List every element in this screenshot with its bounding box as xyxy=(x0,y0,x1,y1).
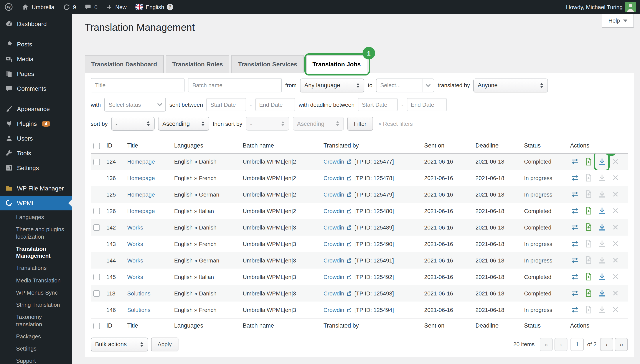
cancel-job-icon[interactable] xyxy=(610,256,620,265)
job-title-link[interactable]: Works xyxy=(127,257,143,264)
cancel-job-icon[interactable] xyxy=(610,190,620,199)
tab-translation-roles[interactable]: Translation Roles xyxy=(166,55,229,73)
job-title-link[interactable]: Solutions xyxy=(127,290,150,297)
title-filter-input[interactable] xyxy=(91,78,185,92)
submenu-item-translations[interactable]: Translations xyxy=(0,262,72,275)
row-checkbox[interactable] xyxy=(93,208,100,214)
to-language-select[interactable]: Select... xyxy=(376,78,434,92)
translator-link[interactable]: Crowdin xyxy=(324,257,344,264)
reset-filters-link[interactable]: × Reset filters xyxy=(378,120,413,127)
wordpress-logo-menu[interactable]: W xyxy=(0,0,17,14)
submenu-item-translation-management[interactable]: Translation Management xyxy=(0,243,72,262)
submenu-item-settings[interactable]: Settings xyxy=(0,343,72,355)
job-title-link[interactable]: Works xyxy=(127,224,143,231)
filter-button[interactable]: Filter xyxy=(347,117,373,130)
translator-link[interactable]: Crowdin xyxy=(324,208,344,214)
submenu-item-languages[interactable]: Languages xyxy=(0,211,72,224)
submenu-item-taxonomy-translation[interactable]: Taxonomy translation xyxy=(0,311,72,330)
then-sort-by-select[interactable]: - xyxy=(246,117,289,130)
help-button[interactable]: Help xyxy=(602,14,634,28)
duplicate-translation-icon[interactable] xyxy=(570,174,580,182)
translated-by-select[interactable]: Anyone xyxy=(473,78,548,92)
sidebar-item-settings[interactable]: Settings xyxy=(0,160,72,175)
translator-link[interactable]: Crowdin xyxy=(324,224,344,231)
sent-end-date-input[interactable] xyxy=(255,98,295,111)
sort-order-select[interactable]: Ascending xyxy=(158,117,209,130)
sidebar-item-dashboard[interactable]: Dashboard xyxy=(0,16,72,31)
job-title-link[interactable]: Homepage xyxy=(127,208,155,214)
sidebar-item-posts[interactable]: Posts xyxy=(0,37,72,52)
download-xliff-icon[interactable] xyxy=(597,223,606,232)
tab-translation-jobs[interactable]: Translation Jobs1 xyxy=(306,55,367,73)
download-xliff-icon[interactable] xyxy=(597,289,606,298)
comments-menu[interactable]: 0 xyxy=(81,0,102,14)
duplicate-translation-icon[interactable] xyxy=(570,190,580,199)
translator-link[interactable]: Crowdin xyxy=(324,290,344,297)
cancel-job-icon[interactable] xyxy=(610,272,620,281)
status-select[interactable]: Select status xyxy=(104,98,166,112)
duplicate-translation-icon[interactable] xyxy=(570,305,580,314)
job-title-link[interactable]: Homepage xyxy=(127,191,155,198)
sidebar-item-wp-file-manager[interactable]: WP File Manager xyxy=(0,181,72,196)
sidebar-item-users[interactable]: Users xyxy=(0,131,72,146)
bulk-actions-select[interactable]: Bulk actions xyxy=(91,338,148,352)
apply-button[interactable]: Apply xyxy=(151,338,178,352)
duplicate-translation-icon[interactable] xyxy=(570,272,580,281)
deadline-end-date-input[interactable] xyxy=(407,98,447,111)
submenu-item-support[interactable]: Support xyxy=(0,355,72,364)
cancel-job-icon[interactable] xyxy=(610,289,620,298)
batch-name-filter-input[interactable] xyxy=(188,78,282,92)
download-xliff-icon[interactable]: 2 xyxy=(597,157,606,166)
last-page-button[interactable]: » xyxy=(615,338,628,351)
updates-menu[interactable]: 9 xyxy=(59,0,80,14)
translator-link[interactable]: Crowdin xyxy=(324,191,344,198)
duplicate-translation-icon[interactable] xyxy=(570,206,580,215)
view-xliff-icon[interactable] xyxy=(583,206,593,215)
submenu-item-media-translation[interactable]: Media Translation xyxy=(0,274,72,287)
download-xliff-icon[interactable] xyxy=(597,206,606,215)
row-checkbox[interactable] xyxy=(93,290,100,297)
sidebar-item-plugins[interactable]: Plugins4 xyxy=(0,116,72,131)
tab-translation-services[interactable]: Translation Services xyxy=(232,55,304,73)
duplicate-translation-icon[interactable] xyxy=(570,240,580,248)
download-xliff-icon[interactable] xyxy=(597,272,606,281)
job-title-link[interactable]: Works xyxy=(127,274,143,280)
translator-link[interactable]: Crowdin xyxy=(324,175,344,181)
then-sort-order-select[interactable]: Ascending xyxy=(293,117,344,130)
submenu-item-packages[interactable]: Packages xyxy=(0,330,72,343)
select-all-checkbox[interactable] xyxy=(93,323,100,329)
new-menu[interactable]: New xyxy=(102,0,131,14)
prev-page-button[interactable]: ‹ xyxy=(555,338,568,351)
tab-translation-dashboard[interactable]: Translation Dashboard xyxy=(85,55,163,73)
view-xliff-icon[interactable] xyxy=(583,272,593,281)
sent-start-date-input[interactable] xyxy=(206,98,246,111)
duplicate-translation-icon[interactable] xyxy=(570,157,580,166)
row-checkbox[interactable] xyxy=(93,158,100,165)
duplicate-translation-icon[interactable] xyxy=(570,256,580,265)
row-checkbox[interactable] xyxy=(93,224,100,231)
submenu-item-wp-menus-sync[interactable]: WP Menus Sync xyxy=(0,287,72,299)
cancel-job-icon[interactable] xyxy=(610,223,620,232)
translator-link[interactable]: Crowdin xyxy=(324,274,344,280)
cancel-job-icon[interactable] xyxy=(610,206,620,215)
sidebar-item-comments[interactable]: Comments xyxy=(0,81,72,96)
cancel-job-icon[interactable] xyxy=(610,240,620,248)
select-all-checkbox[interactable] xyxy=(93,143,100,149)
cancel-job-icon[interactable] xyxy=(610,174,620,182)
sidebar-item-tools[interactable]: Tools xyxy=(0,146,72,160)
submenu-item-theme-and-plugins-localization[interactable]: Theme and plugins localization xyxy=(0,224,72,243)
first-page-button[interactable]: « xyxy=(540,338,553,351)
job-title-link[interactable]: Works xyxy=(127,241,143,247)
job-title-link[interactable]: Homepage xyxy=(127,175,155,181)
current-page-input[interactable]: 1 xyxy=(571,338,584,351)
howdy-menu[interactable]: Howdy, Michael Turing xyxy=(562,0,640,14)
sidebar-item-pages[interactable]: Pages xyxy=(0,66,72,81)
cancel-job-icon[interactable] xyxy=(610,157,620,166)
job-title-link[interactable]: Homepage xyxy=(127,158,155,165)
language-switcher-menu[interactable]: English ? xyxy=(131,0,178,14)
view-xliff-icon[interactable] xyxy=(583,157,593,166)
next-page-button[interactable]: › xyxy=(600,338,613,351)
translator-link[interactable]: Crowdin xyxy=(324,306,344,313)
sort-by-select[interactable]: - xyxy=(111,117,155,130)
site-name-menu[interactable]: Umbrella xyxy=(17,0,59,14)
